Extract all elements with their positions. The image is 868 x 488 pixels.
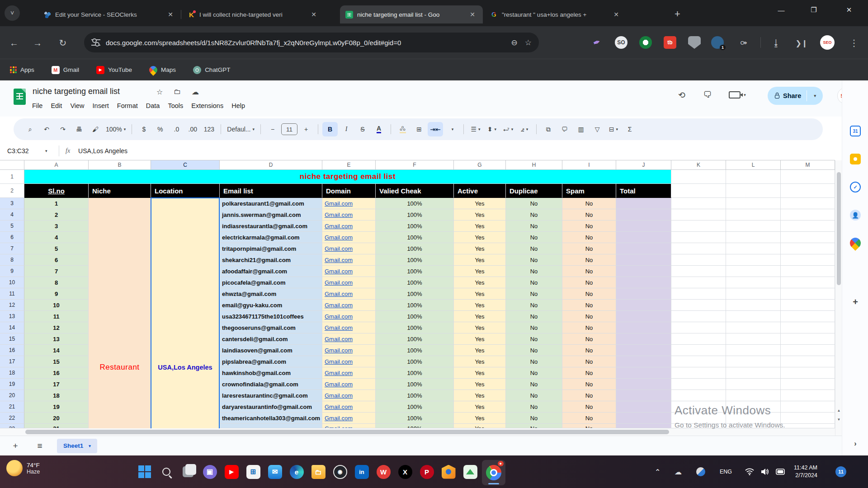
cell-duplicate[interactable]: No (506, 401, 562, 413)
chrome-app-active[interactable]: ● (482, 460, 505, 485)
document-title[interactable]: niche targeting email list (33, 87, 120, 96)
scroll-up-icon[interactable]: ▲ (835, 407, 842, 414)
keep-icon[interactable] (850, 154, 861, 164)
empty-cell[interactable] (781, 277, 835, 288)
language-indicator[interactable]: ENG (720, 455, 732, 488)
cell-email[interactable]: email@gyu-kaku.com (220, 300, 322, 311)
horizontal-scroll-thumb[interactable] (25, 430, 669, 434)
cell-total[interactable] (616, 209, 671, 221)
cell-spam[interactable]: No (562, 232, 616, 243)
row-header-10[interactable]: 10 (0, 277, 24, 288)
cell-active[interactable]: Yes (454, 345, 506, 356)
row-header-20[interactable]: 20 (0, 390, 24, 401)
cell-email[interactable]: indiasrestaurantla@gmail.com (220, 221, 322, 232)
column-title-niche[interactable]: Niche (89, 184, 151, 198)
expand-panel-icon[interactable]: › (850, 438, 861, 449)
empty-cell[interactable] (726, 232, 781, 243)
cell-spam[interactable]: No (562, 209, 616, 221)
cell-spam[interactable]: No (562, 424, 616, 428)
empty-cell[interactable] (781, 288, 835, 300)
cell-si[interactable]: 11 (24, 311, 89, 322)
menu-extensions[interactable]: Extensions (187, 100, 227, 111)
cell-domain[interactable]: Gmail.com (322, 401, 376, 413)
name-box-dropdown-icon[interactable]: ▾ (45, 149, 59, 153)
bookmark-star-icon[interactable]: ☆ (525, 38, 532, 47)
cell-domain[interactable]: Gmail.com (322, 379, 376, 390)
column-header-J[interactable]: J (616, 160, 671, 170)
cell-spam[interactable]: No (562, 311, 616, 322)
close-window-button[interactable]: ✕ (836, 0, 862, 20)
menu-tools[interactable]: Tools (164, 100, 187, 111)
back-icon[interactable]: ← (6, 35, 22, 51)
empty-cell[interactable] (671, 367, 726, 379)
empty-cell[interactable] (671, 345, 726, 356)
weather-widget[interactable]: 74°FHaze (6, 460, 40, 476)
menu-help[interactable]: Help (227, 100, 249, 111)
row-header-17[interactable]: 17 (0, 356, 24, 367)
cell-spam[interactable]: No (562, 367, 616, 379)
paint-format-icon[interactable]: 🖌 (88, 122, 103, 136)
cell-email[interactable] (220, 424, 322, 428)
cell-spam[interactable]: No (562, 300, 616, 311)
blue-extension-icon[interactable]: 1 (711, 36, 724, 49)
contacts-icon[interactable]: 👤 (850, 210, 861, 221)
cell-domain[interactable]: Gmail.com (322, 243, 376, 254)
cell-email[interactable]: ehwzta@gmail.com (220, 288, 322, 300)
cell-spam[interactable]: No (562, 277, 616, 288)
column-header-I[interactable]: I (562, 160, 616, 170)
cell-spam[interactable]: No (562, 221, 616, 232)
share-button[interactable]: Share ▾ (768, 87, 823, 105)
bookmark-maps[interactable]: Maps (149, 66, 176, 74)
cell-duplicate[interactable]: No (506, 379, 562, 390)
move-folder-icon[interactable]: 🗀→ (174, 88, 184, 96)
cell-duplicate[interactable]: No (506, 311, 562, 322)
cell-domain[interactable]: Gmail.com (322, 345, 376, 356)
bookmark-youtube[interactable]: ▶ YouTube (96, 66, 132, 74)
empty-cell[interactable] (671, 322, 726, 333)
vertical-scroll-thumb[interactable] (837, 172, 841, 285)
empty-cell[interactable] (781, 345, 835, 356)
cell-duplicate[interactable]: No (506, 198, 562, 209)
text-rotation-button[interactable]: ⦨▾ (517, 122, 532, 136)
row-header-13[interactable]: 13 (0, 311, 24, 322)
empty-cell[interactable] (671, 198, 726, 209)
bookmark-gmail[interactable]: M Gmail (52, 66, 79, 74)
empty-cell[interactable] (781, 198, 835, 209)
bookmark-chatgpt[interactable]: ⬡ ChatGPT (193, 66, 230, 74)
horizontal-scrollbar[interactable] (0, 428, 835, 436)
downloads-icon[interactable]: ⭳ (769, 35, 784, 51)
sheet-tab-dropdown-icon[interactable]: ▾ (89, 444, 91, 448)
cell-duplicate[interactable]: No (506, 424, 562, 428)
battery-icon[interactable] (776, 455, 786, 488)
cell-total[interactable] (616, 356, 671, 367)
cell-spam[interactable]: No (562, 198, 616, 209)
empty-cell[interactable] (671, 401, 726, 413)
linkedin-app-icon[interactable]: in (353, 463, 371, 481)
cell-active[interactable]: Yes (454, 322, 506, 333)
bookmark-apps[interactable]: Apps (10, 66, 34, 73)
cell-duplicate[interactable]: No (506, 266, 562, 277)
column-title-location[interactable]: Location (151, 184, 220, 198)
merge-dropdown-icon[interactable]: ▾ (444, 122, 459, 136)
insert-comment-button[interactable]: 🗩 (557, 122, 572, 136)
cell-si[interactable]: 7 (24, 266, 89, 277)
cell-duplicate[interactable]: No (506, 390, 562, 401)
cell-email[interactable]: crownofindiala@gmail.com (220, 379, 322, 390)
cell-valid[interactable]: 100% (376, 277, 454, 288)
tasks-icon[interactable]: ✓ (850, 182, 861, 192)
cell-email[interactable]: usa3234671175the101coffees (220, 311, 322, 322)
clock-date[interactable]: 11:42 AM2/7/2024 (794, 455, 817, 488)
cell-total[interactable] (616, 277, 671, 288)
cell-active[interactable]: Yes (454, 413, 506, 424)
empty-cell[interactable] (671, 413, 726, 424)
green-extension-icon[interactable] (639, 36, 652, 49)
cell-active[interactable]: Yes (454, 379, 506, 390)
cell-si[interactable]: 18 (24, 390, 89, 401)
cell-duplicate[interactable]: No (506, 367, 562, 379)
search-icon[interactable] (157, 463, 175, 481)
quill-extension-icon[interactable]: ✒ (589, 34, 605, 51)
address-bar[interactable]: docs.google.com/spreadsheets/d/1sNR8Zzvl… (84, 33, 539, 52)
column-header-G[interactable]: G (454, 160, 506, 170)
text-color-button[interactable]: A (371, 122, 387, 136)
cell-spam[interactable]: No (562, 243, 616, 254)
